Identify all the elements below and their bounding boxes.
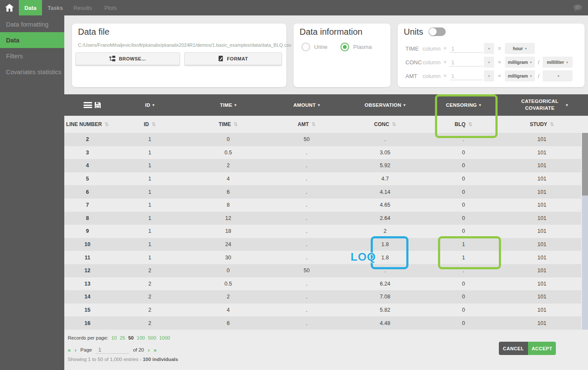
column-type-id[interactable]: ID▾ bbox=[111, 102, 189, 108]
records-option-1000[interactable]: 1000 bbox=[159, 335, 170, 340]
next-page-button[interactable]: › bbox=[148, 347, 150, 353]
table-cell: 0 bbox=[424, 202, 503, 208]
tab-plots[interactable]: Plots bbox=[100, 0, 121, 15]
format-button[interactable]: FORMAT bbox=[184, 52, 282, 65]
table-cell: 0 bbox=[424, 307, 503, 313]
table-cell: 101 bbox=[503, 320, 581, 326]
units-row-time: TIME column × 1 ▾ = hour▾ bbox=[398, 43, 535, 54]
time-unit-select[interactable]: hour▾ bbox=[505, 43, 535, 54]
table-cell: 101 bbox=[503, 281, 581, 287]
column-type-categorical-covariate[interactable]: CATEGORICAL COVARIATE▾ bbox=[503, 98, 581, 111]
cancel-button[interactable]: CANCEL bbox=[499, 342, 528, 355]
format-button-label: FORMAT bbox=[227, 56, 248, 61]
column-amt-label: AMT bbox=[297, 121, 309, 127]
table-cell: . bbox=[267, 255, 346, 261]
table-cell: 10 bbox=[64, 241, 111, 247]
radio-option-urine[interactable]: Urine bbox=[301, 42, 327, 51]
sidebar: Data formatting Data Filters Covariates … bbox=[0, 15, 64, 370]
tab-tasks[interactable]: Tasks bbox=[45, 0, 66, 15]
sort-icon[interactable]: ⇅ bbox=[550, 121, 554, 127]
conc-factor-input[interactable]: 1 bbox=[450, 58, 483, 66]
sort-icon[interactable]: ⇅ bbox=[151, 121, 156, 127]
table-cell: 50 bbox=[267, 136, 346, 142]
table-cell: 6 bbox=[64, 189, 111, 195]
multiply-sign: × bbox=[444, 45, 447, 51]
data-file-path: C:/Users/FranoMihaljevic/lixoft/pkanalix… bbox=[78, 42, 291, 48]
table-cell: 6 bbox=[189, 320, 267, 326]
table-cell: 3 bbox=[64, 150, 111, 156]
table-cell: 1 bbox=[111, 241, 189, 247]
records-option-25[interactable]: 25 bbox=[120, 335, 125, 340]
amt-unit-denominator-select[interactable]: ▾ bbox=[543, 70, 573, 81]
time-factor-dropdown[interactable]: ▾ bbox=[484, 43, 494, 54]
last-page-button[interactable]: » bbox=[153, 347, 156, 353]
data-information-panel: Data information Urine Plasma bbox=[294, 24, 390, 87]
urine-radio[interactable] bbox=[301, 42, 310, 51]
column-conc-label: CONC bbox=[374, 121, 389, 127]
multiply-sign: × bbox=[444, 59, 447, 65]
conc-unit-numerator-select[interactable]: milligram▾ bbox=[505, 57, 535, 68]
sidebar-item-data[interactable]: Data bbox=[0, 32, 64, 48]
units-time-label: TIME bbox=[405, 45, 423, 52]
column-type-time[interactable]: TIME▾ bbox=[189, 102, 267, 108]
sort-icon[interactable]: ⇅ bbox=[234, 121, 238, 127]
conc-factor-dropdown[interactable]: ▾ bbox=[484, 57, 494, 68]
table-cell: 0 bbox=[424, 215, 503, 221]
units-toggle[interactable] bbox=[429, 27, 446, 36]
previous-page-button[interactable]: ‹ bbox=[75, 347, 76, 353]
records-option-500[interactable]: 500 bbox=[148, 335, 156, 340]
save-icon[interactable] bbox=[94, 102, 101, 108]
column-type-observation-label: OBSERVATION bbox=[365, 102, 402, 108]
column-conc: CONC⇅ bbox=[346, 121, 424, 127]
sort-icon[interactable]: ⇅ bbox=[311, 121, 315, 127]
amt-factor-input[interactable]: 1 bbox=[450, 72, 483, 80]
feedback-button[interactable] bbox=[573, 4, 583, 14]
chevron-down-icon: ▾ bbox=[566, 60, 568, 64]
sort-icon[interactable]: ⇅ bbox=[468, 121, 472, 127]
amt-factor-dropdown[interactable]: ▾ bbox=[484, 70, 494, 81]
radio-option-plasma[interactable]: Plasma bbox=[340, 42, 372, 51]
conc-unit-denominator-select[interactable]: milliliter▾ bbox=[543, 57, 573, 68]
table-scrollbar[interactable] bbox=[582, 133, 588, 330]
table-cell: 8 bbox=[189, 202, 267, 208]
scrollbar-thumb[interactable] bbox=[582, 133, 588, 196]
table-row: 21050..101 bbox=[64, 133, 581, 146]
column-type-amount[interactable]: AMOUNT▾ bbox=[267, 102, 346, 108]
table-row: 8112.2.640101 bbox=[64, 212, 581, 225]
tab-results[interactable]: Results bbox=[70, 0, 95, 15]
records-option-100[interactable]: 100 bbox=[137, 335, 145, 340]
table-row: 310.5.3.050101 bbox=[64, 146, 581, 159]
records-option-50[interactable]: 50 bbox=[128, 335, 134, 340]
records-option-10[interactable]: 10 bbox=[111, 335, 117, 340]
tab-data[interactable]: Data bbox=[19, 0, 42, 15]
first-page-button[interactable]: « bbox=[68, 347, 71, 353]
sidebar-item-data-formatting[interactable]: Data formatting bbox=[0, 16, 64, 32]
table-cell: 11 bbox=[64, 255, 111, 261]
chevron-down-icon: ▾ bbox=[153, 103, 155, 107]
sidebar-item-covariates-statistics[interactable]: Covariates statistics bbox=[0, 64, 64, 80]
table-cell: 0 bbox=[424, 320, 503, 326]
units-row-amt: AMT column × 1 ▾ = milligram▾ / ▾ bbox=[398, 70, 573, 81]
table-cell: 101 bbox=[503, 162, 581, 168]
column-type-observation[interactable]: OBSERVATION▾ bbox=[346, 102, 424, 108]
page-number-input[interactable]: 1 bbox=[96, 346, 129, 354]
accept-button[interactable]: ACCEPT bbox=[528, 342, 556, 355]
chevron-down-icon: ▾ bbox=[403, 103, 405, 107]
plasma-radio[interactable] bbox=[340, 42, 349, 51]
table-column-name-header: LINE NUMBER⇅ ID⇅ TIME⇅ AMT⇅ CONC⇅ BLQ⇅ S… bbox=[64, 116, 588, 133]
table-cell: 0 bbox=[189, 136, 267, 142]
table-cell: . bbox=[267, 176, 346, 182]
table-cell: 2 bbox=[189, 294, 267, 300]
home-button[interactable] bbox=[4, 3, 15, 12]
table-cell: 4 bbox=[64, 162, 111, 168]
sort-icon[interactable]: ⇅ bbox=[105, 121, 109, 127]
sidebar-item-filters[interactable]: Filters bbox=[0, 48, 64, 64]
conc-unit-denominator-value: milliliter bbox=[547, 60, 564, 65]
column-type-censoring[interactable]: CENSORING▾ bbox=[424, 102, 503, 108]
amt-unit-numerator-select[interactable]: milligram▾ bbox=[505, 70, 535, 81]
browse-button[interactable]: BROWSE... bbox=[75, 52, 180, 65]
menu-icon[interactable] bbox=[84, 102, 92, 108]
time-factor-input[interactable]: 1 bbox=[450, 44, 483, 53]
format-pencil-icon bbox=[218, 56, 223, 62]
sort-icon[interactable]: ⇅ bbox=[392, 121, 396, 127]
